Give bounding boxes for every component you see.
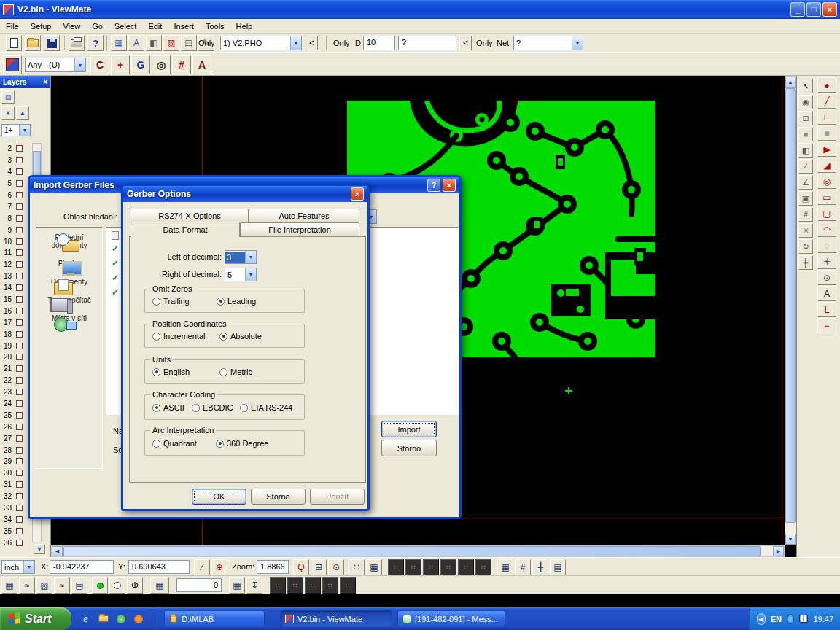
- task-viewmate[interactable]: V2.bin - ViewMate: [280, 610, 392, 628]
- layer-color-chip[interactable]: [16, 308, 23, 314]
- place-recent-documents[interactable]: Poslední dokumenty: [39, 233, 100, 249]
- chevron-down-icon[interactable]: ▼: [19, 125, 30, 136]
- outline-mode-button[interactable]: #: [515, 559, 531, 575]
- layer-color-chip[interactable]: [16, 180, 23, 187]
- dcode-query-input[interactable]: ?: [398, 36, 456, 50]
- layer-color-chip[interactable]: [16, 540, 23, 546]
- menu-help[interactable]: Help: [230, 20, 259, 33]
- vertical-scroll-thumb[interactable]: [785, 88, 796, 523]
- chevron-down-icon[interactable]: ▼: [74, 58, 85, 71]
- chevron-down-icon[interactable]: ▼: [290, 36, 301, 50]
- dcode-pattern-button-3[interactable]: ∷: [305, 578, 321, 594]
- radio-360-degree[interactable]: 360 Degree: [216, 439, 269, 448]
- snap-grid-button[interactable]: ▦: [229, 578, 245, 594]
- cancel-button[interactable]: Storno: [251, 489, 306, 505]
- radio-absolute[interactable]: Absolute: [219, 332, 262, 341]
- dcode-pattern-button-2[interactable]: ∷: [287, 578, 303, 594]
- layers-close-icon[interactable]: ×: [43, 78, 47, 86]
- layer-move-down-button[interactable]: ▼: [1, 106, 15, 120]
- y-coordinate-field[interactable]: 0.690643: [128, 560, 190, 574]
- radio-quadrant[interactable]: Quadrant: [152, 439, 197, 448]
- menu-setup[interactable]: Setup: [25, 20, 58, 33]
- import-cancel-button[interactable]: Storno: [381, 440, 437, 456]
- positive-display-button[interactable]: ∷: [458, 559, 474, 575]
- gerber-options-close-button[interactable]: ×: [351, 187, 364, 201]
- line-tool-icon[interactable]: ╱: [817, 93, 836, 109]
- tab-rs274x-options[interactable]: RS274-X Options: [131, 209, 249, 222]
- radio-english[interactable]: English: [152, 368, 190, 376]
- layer-color-chip[interactable]: [16, 493, 23, 499]
- radio-trailing[interactable]: Trailing: [152, 297, 190, 306]
- layer-row[interactable]: 2: [0, 143, 32, 155]
- layer-color-chip[interactable]: [16, 365, 23, 372]
- pointer-tool-icon[interactable]: ↖: [798, 79, 813, 93]
- layer-color-chip[interactable]: [16, 377, 23, 384]
- circle-aperture-button[interactable]: [109, 578, 125, 594]
- rect-tool-icon[interactable]: ▭: [817, 190, 836, 205]
- layer-color-chip[interactable]: [16, 238, 23, 245]
- zoom-window-button[interactable]: ⊞: [311, 559, 327, 575]
- save-file-button[interactable]: [44, 35, 60, 51]
- task-messenger[interactable]: [191-482-091] - Mess...: [397, 610, 505, 628]
- layer-color-chip[interactable]: [16, 331, 23, 338]
- task-mlab[interactable]: D:\MLAB: [164, 610, 265, 628]
- hatch-button[interactable]: ▨: [36, 578, 52, 594]
- filled-rect-tool-icon[interactable]: ■: [817, 125, 836, 141]
- dcode-pattern-button-1[interactable]: ∷: [270, 578, 286, 594]
- sketch-mode-button[interactable]: ▦: [497, 559, 513, 575]
- wave-a-button[interactable]: ≈: [19, 578, 35, 594]
- probe-tool-icon[interactable]: ⊙: [817, 270, 836, 285]
- open-file-button[interactable]: [25, 35, 41, 51]
- rounded-rect-tool-icon[interactable]: ▢: [817, 206, 836, 221]
- radio-eia-rs244[interactable]: EIA RS-244: [240, 403, 292, 412]
- aperture-filter-combo[interactable]: Any (U) ▼: [25, 58, 86, 72]
- sketch-button[interactable]: ▨: [163, 35, 179, 51]
- grid-snap-icon[interactable]: #: [798, 207, 813, 222]
- new-file-button[interactable]: [6, 35, 22, 51]
- led-button[interactable]: [92, 578, 108, 594]
- language-indicator[interactable]: EN: [771, 615, 782, 623]
- pan-mode-button[interactable]: ╋: [532, 559, 548, 575]
- dcode-pattern-button-5[interactable]: ∷: [340, 578, 356, 594]
- aperture-a-button[interactable]: A: [192, 55, 211, 74]
- aperture-c-button[interactable]: C: [90, 55, 109, 74]
- menu-tools[interactable]: Tools: [200, 20, 230, 33]
- scroll-right-icon[interactable]: ▶: [773, 546, 784, 556]
- tab-data-format[interactable]: Data Format: [131, 222, 240, 237]
- wave-b-button[interactable]: ≈: [54, 578, 70, 594]
- minimize-button[interactable]: _: [790, 2, 805, 17]
- close-button[interactable]: ×: [822, 2, 837, 17]
- pan-icon[interactable]: ╋: [798, 255, 813, 270]
- import-button[interactable]: Import: [381, 421, 437, 438]
- select-point-icon[interactable]: ◉: [798, 95, 813, 109]
- layer-color-chip[interactable]: [16, 354, 23, 360]
- menu-view[interactable]: View: [57, 20, 86, 33]
- radio-metric[interactable]: Metric: [219, 368, 252, 376]
- layer-color-chip[interactable]: [16, 400, 23, 407]
- vertical-scrollbar[interactable]: ▲ ▼: [785, 76, 796, 545]
- negative-display-button[interactable]: ∷: [440, 559, 456, 575]
- x-coordinate-field[interactable]: -0.942237: [50, 560, 114, 574]
- aperture-grid-button[interactable]: #: [172, 55, 191, 74]
- left-decimal-combo[interactable]: 3▼: [225, 250, 257, 264]
- ok-button[interactable]: OK: [192, 489, 246, 505]
- spiral-tool-icon[interactable]: ◌: [817, 238, 836, 253]
- layer-color-chip[interactable]: [16, 145, 23, 152]
- layer-color-chip[interactable]: [16, 389, 23, 395]
- layer-row[interactable]: 4: [0, 166, 32, 178]
- layer-color-chip[interactable]: [16, 481, 23, 488]
- dcode-pattern-button-4[interactable]: ∷: [322, 578, 338, 594]
- text-tool-icon[interactable]: A: [817, 286, 836, 301]
- layer-color-chip[interactable]: [16, 528, 23, 534]
- apply-button[interactable]: Použít: [310, 489, 365, 505]
- scroll-down-icon[interactable]: ▼: [785, 534, 796, 545]
- triangle-tool-icon[interactable]: ◢: [817, 158, 836, 173]
- chevron-down-icon[interactable]: ▼: [572, 36, 583, 50]
- quick-launch-ie-icon[interactable]: e: [79, 612, 93, 626]
- layer-color-chip[interactable]: [16, 296, 23, 303]
- layer-color-chip[interactable]: [16, 227, 23, 233]
- horizontal-scroll-thumb[interactable]: [63, 546, 761, 556]
- layer-color-chip[interactable]: [16, 203, 23, 210]
- current-dcode-field[interactable]: 0: [176, 578, 222, 592]
- l-tool-icon[interactable]: L: [817, 302, 836, 317]
